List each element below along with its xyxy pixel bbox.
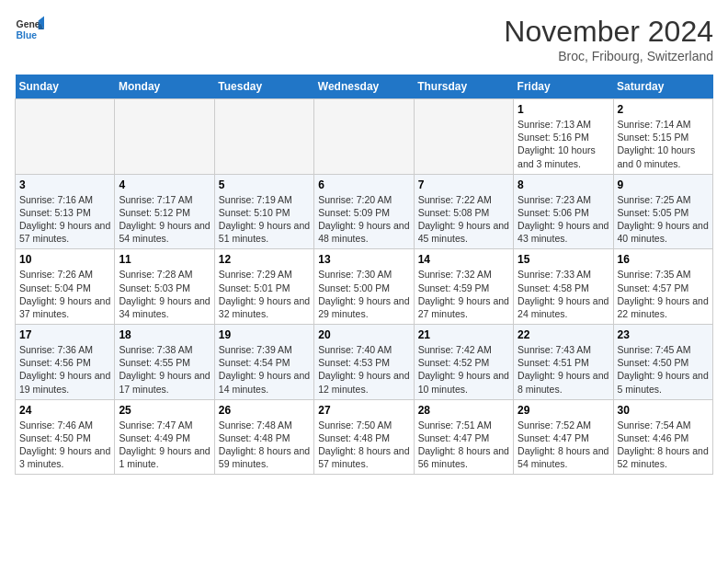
weekday-header-tuesday: Tuesday [214,75,313,99]
day-number: 5 [219,178,310,191]
calendar-cell: 5Sunrise: 7:19 AM Sunset: 5:10 PM Daylig… [214,174,313,249]
calendar-cell: 22Sunrise: 7:43 AM Sunset: 4:51 PM Dayli… [514,325,613,400]
day-number: 24 [19,404,110,417]
day-number: 30 [618,404,709,417]
day-info: Sunrise: 7:52 AM Sunset: 4:47 PM Dayligh… [518,419,609,471]
weekday-header-sunday: Sunday [16,75,115,99]
calendar-cell: 4Sunrise: 7:17 AM Sunset: 5:12 PM Daylig… [115,174,214,249]
calendar-cell [314,99,414,175]
weekday-header-wednesday: Wednesday [314,75,414,99]
day-info: Sunrise: 7:30 AM Sunset: 5:00 PM Dayligh… [318,268,409,320]
day-info: Sunrise: 7:16 AM Sunset: 5:13 PM Dayligh… [19,193,110,246]
day-info: Sunrise: 7:33 AM Sunset: 4:58 PM Dayligh… [518,268,609,320]
week-row-2: 3Sunrise: 7:16 AM Sunset: 5:13 PM Daylig… [16,174,713,249]
weekday-header-saturday: Saturday [613,75,712,99]
day-info: Sunrise: 7:22 AM Sunset: 5:08 PM Dayligh… [418,193,509,246]
weekday-header-thursday: Thursday [414,75,513,99]
day-number: 8 [518,178,609,191]
day-number: 25 [119,404,210,417]
day-info: Sunrise: 7:26 AM Sunset: 5:04 PM Dayligh… [19,268,110,320]
day-info: Sunrise: 7:45 AM Sunset: 4:50 PM Dayligh… [618,343,709,396]
calendar-cell [16,99,115,175]
calendar-cell: 7Sunrise: 7:22 AM Sunset: 5:08 PM Daylig… [414,174,513,249]
calendar-cell: 11Sunrise: 7:28 AM Sunset: 5:03 PM Dayli… [115,249,214,325]
day-info: Sunrise: 7:36 AM Sunset: 4:56 PM Dayligh… [19,343,110,396]
weekday-header-monday: Monday [115,75,214,99]
day-number: 2 [618,103,709,116]
day-number: 11 [119,253,210,266]
calendar-cell: 26Sunrise: 7:48 AM Sunset: 4:48 PM Dayli… [214,399,313,475]
week-row-5: 24Sunrise: 7:46 AM Sunset: 4:50 PM Dayli… [16,399,713,475]
logo-icon: General Blue [15,15,44,44]
calendar-cell: 18Sunrise: 7:38 AM Sunset: 4:55 PM Dayli… [115,325,214,400]
day-number: 23 [618,328,709,341]
calendar-cell: 20Sunrise: 7:40 AM Sunset: 4:53 PM Dayli… [314,325,414,400]
day-info: Sunrise: 7:46 AM Sunset: 4:50 PM Dayligh… [19,419,110,471]
day-info: Sunrise: 7:23 AM Sunset: 5:06 PM Dayligh… [518,193,609,246]
day-info: Sunrise: 7:32 AM Sunset: 4:59 PM Dayligh… [418,268,509,320]
calendar-cell: 23Sunrise: 7:45 AM Sunset: 4:50 PM Dayli… [613,325,712,400]
page-header: General Blue November 2024 Broc, Fribour… [15,15,713,63]
day-info: Sunrise: 7:51 AM Sunset: 4:47 PM Dayligh… [418,419,509,471]
calendar-cell: 3Sunrise: 7:16 AM Sunset: 5:13 PM Daylig… [16,174,115,249]
day-number: 7 [418,178,509,191]
calendar-cell: 15Sunrise: 7:33 AM Sunset: 4:58 PM Dayli… [514,249,613,325]
day-number: 20 [318,328,409,341]
day-info: Sunrise: 7:48 AM Sunset: 4:48 PM Dayligh… [219,419,310,471]
calendar-cell: 12Sunrise: 7:29 AM Sunset: 5:01 PM Dayli… [214,249,313,325]
day-number: 3 [19,178,110,191]
calendar-cell: 14Sunrise: 7:32 AM Sunset: 4:59 PM Dayli… [414,249,513,325]
calendar-cell: 27Sunrise: 7:50 AM Sunset: 4:48 PM Dayli… [314,399,414,475]
day-info: Sunrise: 7:20 AM Sunset: 5:09 PM Dayligh… [318,193,409,246]
day-info: Sunrise: 7:17 AM Sunset: 5:12 PM Dayligh… [119,193,210,246]
day-number: 21 [418,328,509,341]
week-row-4: 17Sunrise: 7:36 AM Sunset: 4:56 PM Dayli… [16,325,713,400]
week-row-3: 10Sunrise: 7:26 AM Sunset: 5:04 PM Dayli… [16,249,713,325]
svg-text:Blue: Blue [17,30,38,40]
day-info: Sunrise: 7:50 AM Sunset: 4:48 PM Dayligh… [318,419,409,471]
calendar-cell: 29Sunrise: 7:52 AM Sunset: 4:47 PM Dayli… [514,399,613,475]
day-number: 18 [119,328,210,341]
day-number: 17 [19,328,110,341]
title-area: November 2024 Broc, Fribourg, Switzerlan… [504,15,713,63]
calendar-cell: 28Sunrise: 7:51 AM Sunset: 4:47 PM Dayli… [414,399,513,475]
calendar-cell: 19Sunrise: 7:39 AM Sunset: 4:54 PM Dayli… [214,325,313,400]
day-number: 6 [318,178,409,191]
month-title: November 2024 [504,15,713,49]
calendar-cell [214,99,313,175]
day-number: 16 [618,253,709,266]
day-info: Sunrise: 7:54 AM Sunset: 4:46 PM Dayligh… [618,419,709,471]
day-number: 15 [518,253,609,266]
day-number: 12 [219,253,310,266]
day-number: 27 [318,404,409,417]
day-info: Sunrise: 7:28 AM Sunset: 5:03 PM Dayligh… [119,268,210,320]
day-info: Sunrise: 7:25 AM Sunset: 5:05 PM Dayligh… [618,193,709,246]
day-number: 14 [418,253,509,266]
day-number: 9 [618,178,709,191]
calendar-table: SundayMondayTuesdayWednesdayThursdayFrid… [15,75,713,475]
day-info: Sunrise: 7:40 AM Sunset: 4:53 PM Dayligh… [318,343,409,396]
calendar-cell: 21Sunrise: 7:42 AM Sunset: 4:52 PM Dayli… [414,325,513,400]
calendar-cell: 8Sunrise: 7:23 AM Sunset: 5:06 PM Daylig… [514,174,613,249]
calendar-cell: 6Sunrise: 7:20 AM Sunset: 5:09 PM Daylig… [314,174,414,249]
calendar-cell: 16Sunrise: 7:35 AM Sunset: 4:57 PM Dayli… [613,249,712,325]
week-row-1: 1Sunrise: 7:13 AM Sunset: 5:16 PM Daylig… [16,99,713,175]
calendar-cell: 25Sunrise: 7:47 AM Sunset: 4:49 PM Dayli… [115,399,214,475]
location-subtitle: Broc, Fribourg, Switzerland [504,49,713,63]
day-info: Sunrise: 7:29 AM Sunset: 5:01 PM Dayligh… [219,268,310,320]
day-number: 26 [219,404,310,417]
calendar-cell: 10Sunrise: 7:26 AM Sunset: 5:04 PM Dayli… [16,249,115,325]
calendar-cell: 17Sunrise: 7:36 AM Sunset: 4:56 PM Dayli… [16,325,115,400]
calendar-cell [115,99,214,175]
weekday-header-friday: Friday [514,75,613,99]
weekday-header-row: SundayMondayTuesdayWednesdayThursdayFrid… [16,75,713,99]
day-number: 4 [119,178,210,191]
day-number: 10 [19,253,110,266]
day-number: 22 [518,328,609,341]
calendar-cell: 1Sunrise: 7:13 AM Sunset: 5:16 PM Daylig… [514,99,613,175]
day-number: 13 [318,253,409,266]
calendar-cell: 13Sunrise: 7:30 AM Sunset: 5:00 PM Dayli… [314,249,414,325]
day-info: Sunrise: 7:13 AM Sunset: 5:16 PM Dayligh… [518,118,609,170]
calendar-cell: 2Sunrise: 7:14 AM Sunset: 5:15 PM Daylig… [613,99,712,175]
day-info: Sunrise: 7:35 AM Sunset: 4:57 PM Dayligh… [618,268,709,320]
